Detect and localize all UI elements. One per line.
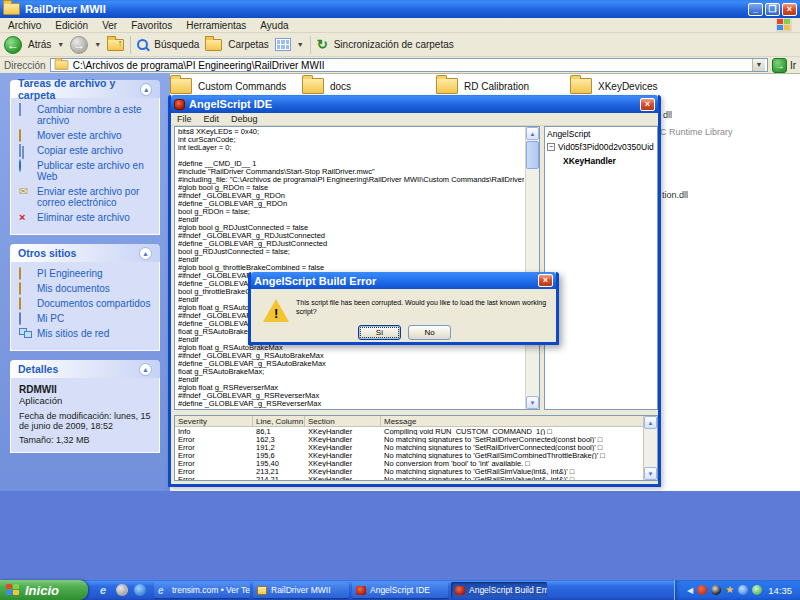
- scroll-down-icon[interactable]: ▼: [644, 467, 657, 480]
- place-documentos-compartidos[interactable]: Documentos compartidos: [19, 298, 153, 309]
- tray-icon[interactable]: [738, 585, 748, 595]
- collapse-chevron-icon[interactable]: ▲: [140, 83, 152, 96]
- taskbar-button-build-error[interactable]: AngelScript Build Error: [451, 582, 547, 598]
- other-places-header[interactable]: Otros sitios ▲: [10, 244, 160, 262]
- folders-icon[interactable]: [205, 39, 222, 51]
- tray-icon[interactable]: ★: [725, 585, 734, 595]
- folder-tile-custom-commands[interactable]: Custom Commands: [170, 78, 286, 94]
- task-publish[interactable]: Publicar este archivo en Web: [19, 160, 153, 182]
- tree-leaf-xkeyhandler[interactable]: XKeyHandler: [563, 156, 655, 166]
- tree-node-label[interactable]: Vid05f3Pid00d2v0350Uid: [558, 142, 654, 152]
- folder-tile-rd-calibration[interactable]: RD Calibration: [436, 78, 529, 94]
- explorer-titlebar[interactable]: RailDriver MWII _ ❐ ×: [0, 0, 800, 18]
- tray-icon[interactable]: [752, 585, 762, 595]
- tree-root[interactable]: AngelScript: [547, 129, 655, 139]
- ide-titlebar[interactable]: AngelScript IDE ×: [171, 95, 658, 113]
- place-label[interactable]: Mi PC: [37, 313, 64, 324]
- folder-label[interactable]: RD Calibration: [464, 81, 529, 92]
- search-icon[interactable]: [137, 39, 148, 50]
- folder-label[interactable]: Custom Commands: [198, 81, 286, 92]
- script-tree[interactable]: AngelScript − Vid05f3Pid00d2v0350Uid XKe…: [544, 126, 658, 410]
- task-copy[interactable]: Copiar este archivo: [19, 145, 153, 156]
- tree-node-device[interactable]: − Vid05f3Pid00d2v0350Uid: [547, 142, 655, 152]
- ide-menu-item[interactable]: File: [177, 114, 192, 124]
- sync-icon[interactable]: ↻: [317, 37, 328, 52]
- task-move[interactable]: Mover este archivo: [19, 130, 153, 141]
- place-label[interactable]: Mis sitios de red: [37, 328, 109, 339]
- collapse-chevron-icon[interactable]: ▲: [139, 247, 152, 260]
- sync-label[interactable]: Sincronización de carpetas: [334, 39, 454, 50]
- column-line[interactable]: Line, Column: [253, 416, 305, 426]
- code-editor[interactable]: bits8 XKeyLEDs = 0x40;int curScanCode;in…: [174, 126, 540, 410]
- task-label[interactable]: Eliminar este archivo: [37, 212, 130, 223]
- dialog-close-button[interactable]: ×: [538, 274, 553, 287]
- collapse-minus-icon[interactable]: −: [547, 143, 555, 151]
- table-row[interactable]: Error162,3 XKeyHandlerNo matching signat…: [175, 435, 643, 443]
- scroll-up-icon[interactable]: ▲: [526, 127, 539, 140]
- task-delete[interactable]: × Eliminar este archivo: [19, 212, 153, 223]
- table-row[interactable]: Error195,40 XKeyHandlerNo conversion fro…: [175, 459, 643, 467]
- folders-label[interactable]: Carpetas: [228, 39, 269, 50]
- search-label[interactable]: Búsqueda: [154, 39, 199, 50]
- taskbar-button-trensim[interactable]: e trensim.com • Ver Te...: [154, 582, 250, 598]
- minimize-button[interactable]: _: [748, 3, 763, 16]
- address-input[interactable]: C:\Archivos de programa\PI Engineering\R…: [50, 58, 768, 72]
- quick-launch-icon[interactable]: [116, 584, 128, 596]
- menu-item[interactable]: Ayuda: [260, 20, 288, 31]
- forward-icon[interactable]: →: [70, 36, 88, 54]
- taskbar-button-angelscript-ide[interactable]: AngelScript IDE: [352, 582, 448, 598]
- forward-dropdown-icon[interactable]: ▼: [94, 41, 101, 48]
- task-label[interactable]: Cambiar nombre a este archivo: [37, 104, 153, 126]
- task-label[interactable]: Enviar este archivo por correo electróni…: [37, 186, 153, 208]
- internet-explorer-icon[interactable]: e: [96, 583, 110, 597]
- menu-item[interactable]: Favoritos: [131, 20, 172, 31]
- place-label[interactable]: Mis documentos: [37, 283, 110, 294]
- table-scrollbar[interactable]: ▲ ▼: [643, 416, 657, 480]
- table-row[interactable]: Error213,21 XKeyHandlerNo matching signa…: [175, 467, 643, 475]
- file-fragment[interactable]: dll: [663, 110, 672, 120]
- file-fragment[interactable]: tion.dll: [662, 190, 688, 200]
- back-label[interactable]: Atrás: [28, 39, 51, 50]
- quick-launch-icon[interactable]: [134, 584, 146, 596]
- scroll-up-icon[interactable]: ▲: [644, 416, 657, 429]
- views-icon[interactable]: [275, 38, 291, 51]
- table-row[interactable]: Info86,1 XKeyHandlerCompiling void RUN_C…: [175, 427, 643, 435]
- place-mis-documentos[interactable]: Mis documentos: [19, 283, 153, 294]
- taskbar-button-raildriver[interactable]: RailDriver MWII: [253, 582, 349, 598]
- dialog-titlebar[interactable]: AngelScript Build Error ×: [251, 272, 556, 289]
- build-output-table[interactable]: Severity Line, Column Section Message In…: [174, 415, 658, 481]
- start-button[interactable]: Inicio: [0, 580, 88, 600]
- address-dropdown-icon[interactable]: ▼: [752, 59, 765, 71]
- column-message[interactable]: Message: [381, 416, 657, 426]
- views-dropdown-icon[interactable]: ▼: [297, 41, 304, 48]
- folder-tile-xkeydevices[interactable]: XKeyDevices: [570, 78, 657, 94]
- place-label[interactable]: Documentos compartidos: [37, 298, 150, 309]
- column-section[interactable]: Section: [305, 416, 381, 426]
- place-mis-sitios-de-red[interactable]: Mis sitios de red: [19, 328, 153, 339]
- folder-label[interactable]: XKeyDevices: [598, 81, 657, 92]
- menu-item[interactable]: Archivo: [8, 20, 41, 31]
- tray-icon[interactable]: [697, 585, 707, 595]
- up-folder-icon[interactable]: ↑: [107, 39, 124, 51]
- place-pi-engineering[interactable]: PI Engineering: [19, 268, 153, 279]
- task-rename[interactable]: Cambiar nombre a este archivo: [19, 104, 153, 126]
- menu-item[interactable]: Herramientas: [186, 20, 246, 31]
- tray-icon[interactable]: [711, 585, 721, 595]
- menu-item[interactable]: Ver: [102, 20, 117, 31]
- back-dropdown-icon[interactable]: ▼: [57, 41, 64, 48]
- file-fragment[interactable]: C Runtime Library: [660, 127, 733, 137]
- table-row[interactable]: Error214,21 XKeyHandlerNo matching signa…: [175, 475, 643, 481]
- close-button[interactable]: ×: [782, 3, 797, 16]
- folder-tile-docs[interactable]: docs: [302, 78, 351, 94]
- no-button[interactable]: No: [408, 325, 451, 340]
- table-row[interactable]: Error191,2 XKeyHandlerNo matching signat…: [175, 443, 643, 451]
- place-label[interactable]: PI Engineering: [37, 268, 103, 279]
- scroll-thumb[interactable]: [526, 141, 539, 169]
- task-email[interactable]: ✉ Enviar este archivo por correo electró…: [19, 186, 153, 208]
- task-label[interactable]: Mover este archivo: [37, 130, 121, 141]
- task-label[interactable]: Copiar este archivo: [37, 145, 123, 156]
- scroll-down-icon[interactable]: ▼: [526, 396, 539, 409]
- folder-label[interactable]: docs: [330, 81, 351, 92]
- back-icon[interactable]: ←: [4, 36, 22, 54]
- go-button[interactable]: → Ir: [772, 58, 796, 73]
